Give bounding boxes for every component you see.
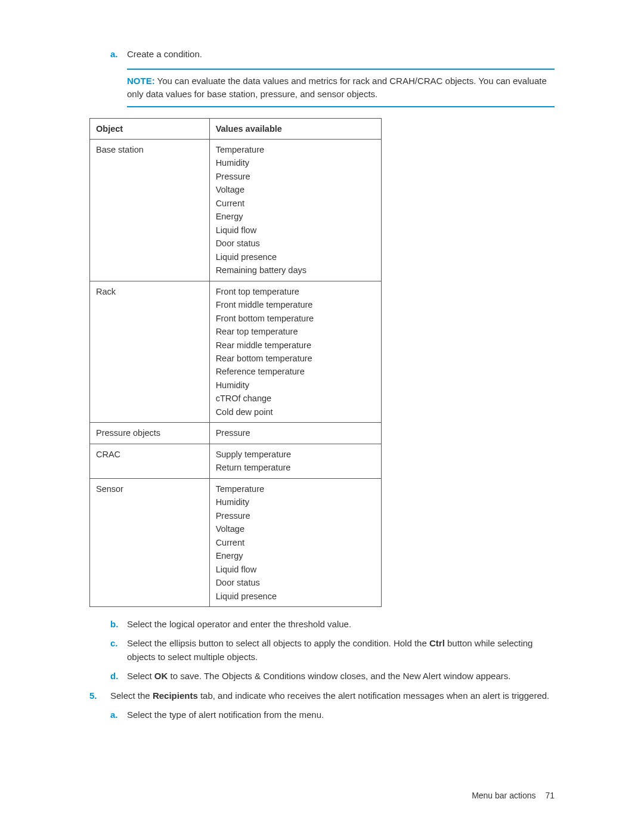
value-line: cTROf change bbox=[216, 392, 375, 405]
step5-substeps: a. Select the type of alert notification… bbox=[110, 708, 555, 722]
value-line: Remaining battery days bbox=[216, 264, 375, 277]
value-line: Door status bbox=[216, 237, 375, 250]
values-table: Object Values available Base stationTemp… bbox=[89, 118, 382, 607]
substep-marker: a. bbox=[110, 48, 127, 61]
bold-recipients: Recipients bbox=[153, 690, 198, 701]
step-marker: 5. bbox=[89, 689, 110, 703]
value-line: Cold dew point bbox=[216, 405, 375, 419]
step-text: Select the Recipients tab, and indicate … bbox=[110, 689, 555, 703]
value-line: Front top temperature bbox=[216, 285, 375, 298]
value-line: Current bbox=[216, 536, 375, 549]
substep-marker: d. bbox=[110, 670, 127, 683]
table-row: CRACSupply temperatureReturn temperature bbox=[90, 444, 382, 478]
value-line: Rear bottom temperature bbox=[216, 352, 375, 365]
cell-values: Supply temperatureReturn temperature bbox=[209, 444, 381, 478]
value-line: Humidity bbox=[216, 496, 375, 509]
value-line: Energy bbox=[216, 549, 375, 562]
value-line: Temperature bbox=[216, 143, 375, 156]
value-line: Pressure bbox=[216, 426, 375, 439]
cell-values: Front top temperatureFront middle temper… bbox=[209, 281, 381, 423]
text-prefix: Select bbox=[127, 671, 154, 681]
bold-ctrl: Ctrl bbox=[429, 638, 445, 648]
cell-object: Base station bbox=[90, 139, 210, 281]
text-suffix: tab, and indicate who receives the alert… bbox=[198, 690, 550, 701]
value-line: Energy bbox=[216, 210, 375, 223]
value-line: Liquid presence bbox=[216, 250, 375, 264]
value-line: Door status bbox=[216, 576, 375, 589]
substeps-after: b. Select the logical operator and enter… bbox=[89, 618, 555, 683]
value-line: Rear middle temperature bbox=[216, 339, 375, 352]
text-prefix: Select the bbox=[110, 690, 153, 701]
substep-text: Create a condition. bbox=[127, 48, 555, 61]
value-line: Liquid flow bbox=[216, 224, 375, 237]
substep-marker: c. bbox=[110, 637, 127, 651]
cell-object: Pressure objects bbox=[90, 423, 210, 444]
col-header-values: Values available bbox=[209, 118, 381, 139]
value-line: Pressure bbox=[216, 170, 375, 183]
substep-marker: a. bbox=[110, 708, 127, 722]
col-header-object: Object bbox=[90, 118, 210, 139]
page-footer: Menu bar actions 71 bbox=[472, 791, 555, 800]
cell-object: Rack bbox=[90, 281, 210, 423]
cell-values: Pressure bbox=[209, 423, 381, 444]
substep-d: d. Select OK to save. The Objects & Cond… bbox=[110, 670, 555, 683]
value-line: Rear top temperature bbox=[216, 325, 375, 338]
value-line: Humidity bbox=[216, 379, 375, 392]
text-prefix: Select the ellipsis button to select all… bbox=[127, 638, 429, 648]
substep-c: c. Select the ellipsis button to select … bbox=[110, 637, 555, 664]
value-line: Voltage bbox=[216, 183, 375, 196]
substep-a: a. Create a condition. bbox=[110, 48, 555, 61]
substep-text: Select the logical operator and enter th… bbox=[127, 618, 555, 631]
step-5: 5. Select the Recipients tab, and indica… bbox=[89, 689, 555, 728]
value-line: Front bottom temperature bbox=[216, 312, 375, 325]
table-row: Base stationTemperatureHumidityPressureV… bbox=[90, 139, 382, 281]
step5-substep-a: a. Select the type of alert notification… bbox=[110, 708, 555, 722]
value-line: Temperature bbox=[216, 482, 375, 496]
value-line: Voltage bbox=[216, 522, 375, 535]
value-line: Front middle temperature bbox=[216, 298, 375, 311]
value-line: Liquid flow bbox=[216, 563, 375, 576]
cell-object: CRAC bbox=[90, 444, 210, 478]
value-line: Liquid presence bbox=[216, 590, 375, 603]
value-line: Return temperature bbox=[216, 461, 375, 474]
table-header-row: Object Values available bbox=[90, 118, 382, 139]
value-line: Current bbox=[216, 197, 375, 210]
footer-page: 71 bbox=[545, 791, 555, 800]
note-text: You can evaluate the data values and met… bbox=[127, 76, 547, 100]
substep-text: Select OK to save. The Objects & Conditi… bbox=[127, 670, 555, 683]
text-suffix: to save. The Objects & Conditions window… bbox=[168, 671, 510, 681]
value-line: Supply temperature bbox=[216, 448, 375, 461]
cell-values: TemperatureHumidityPressureVoltageCurren… bbox=[209, 478, 381, 606]
substeps-top: a. Create a condition. bbox=[89, 48, 555, 61]
table-row: RackFront top temperatureFront middle te… bbox=[90, 281, 382, 423]
table-row: SensorTemperatureHumidityPressureVoltage… bbox=[90, 478, 382, 606]
substep-marker: b. bbox=[110, 618, 127, 631]
table-row: Pressure objectsPressure bbox=[90, 423, 382, 444]
note-box: NOTE: You can evaluate the data values a… bbox=[127, 69, 555, 107]
substep-text: Select the ellipsis button to select all… bbox=[127, 637, 555, 664]
value-line: Reference temperature bbox=[216, 365, 375, 378]
cell-values: TemperatureHumidityPressureVoltageCurren… bbox=[209, 139, 381, 281]
cell-object: Sensor bbox=[90, 478, 210, 606]
numbered-steps: 5. Select the Recipients tab, and indica… bbox=[89, 689, 555, 728]
value-line: Humidity bbox=[216, 156, 375, 169]
step-body: Select the Recipients tab, and indicate … bbox=[110, 689, 555, 728]
bold-ok: OK bbox=[154, 671, 168, 681]
substep-text: Select the type of alert notification fr… bbox=[127, 708, 555, 722]
page-content: a. Create a condition. NOTE: You can eva… bbox=[89, 48, 555, 728]
note-label: NOTE: bbox=[127, 76, 155, 86]
substep-b: b. Select the logical operator and enter… bbox=[110, 618, 555, 631]
value-line: Pressure bbox=[216, 509, 375, 522]
footer-section: Menu bar actions bbox=[472, 791, 535, 800]
